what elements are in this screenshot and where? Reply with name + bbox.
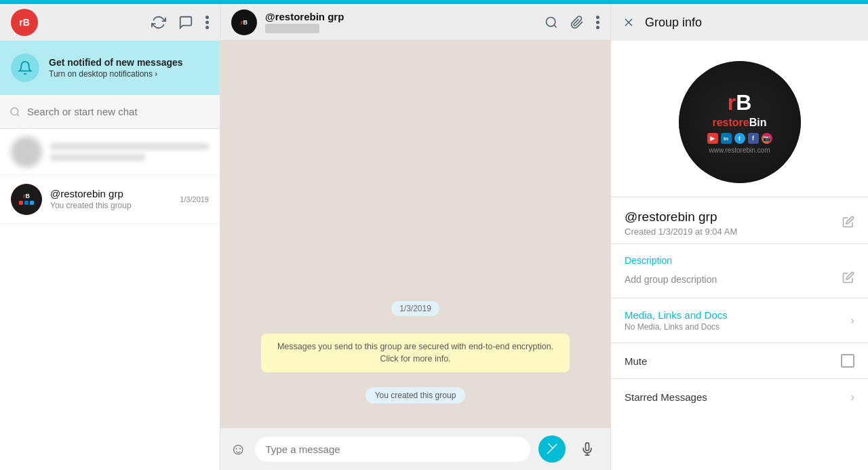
notification-text: Get notified of new messages Turn on des… xyxy=(49,57,209,79)
mute-section: Mute xyxy=(611,343,868,379)
chat-header-status xyxy=(265,24,319,33)
group-avatar-large[interactable]: rB restoreBin ▶ in t f 📷 www.restorebin.… xyxy=(679,61,801,183)
blur-line-1 xyxy=(50,143,209,150)
restorebin-text: restoreBin xyxy=(712,117,766,129)
media-links-empty: No Media, Links and Docs xyxy=(625,322,850,332)
description-content: Add group description xyxy=(625,271,854,287)
facebook-icon: f xyxy=(748,133,759,144)
svg-point-4 xyxy=(11,108,18,115)
edit-name-button[interactable] xyxy=(842,216,854,231)
refresh-button[interactable] xyxy=(151,15,166,30)
chat-info-restorebin: @restorebin grp You created this group xyxy=(50,188,172,210)
rb-logo: rB xyxy=(728,90,752,115)
chat-header-info: @restorebin grp xyxy=(265,11,536,33)
chat-header-avatar: rB xyxy=(231,9,257,35)
svg-point-10 xyxy=(596,26,599,29)
group-info-header: Group info xyxy=(611,4,868,41)
blurred-lines xyxy=(50,143,209,161)
twitter-icon: t xyxy=(734,133,745,144)
starred-label: Starred Messages xyxy=(625,391,850,403)
chat-header: rB @restorebin grp xyxy=(220,4,610,41)
chat-input-area: ☺ xyxy=(220,428,610,470)
chat-search-button[interactable] xyxy=(545,16,558,29)
starred-chevron: › xyxy=(850,390,854,404)
description-placeholder: Add group description xyxy=(625,274,717,285)
chat-item-restorebin[interactable]: rB @restorebin grp You created this grou… xyxy=(0,175,220,224)
social-icons-row: ▶ in t f 📷 xyxy=(707,133,772,144)
chat-header-name: @restorebin grp xyxy=(265,11,536,22)
svg-point-9 xyxy=(596,20,599,24)
media-links-label: Media, Links and Docs xyxy=(625,309,850,321)
svg-point-8 xyxy=(596,16,599,19)
group-name-section: @restorebin grp Created 1/3/2019 at 9:04… xyxy=(611,197,868,244)
chat-messages: 1/3/2019 Messages you send to this group… xyxy=(220,41,610,428)
media-links-section[interactable]: Media, Links and Docs No Media, Links an… xyxy=(611,298,868,343)
svg-point-1 xyxy=(205,21,209,24)
chat-area: rB @restorebin grp xyxy=(220,4,610,470)
youtube-icon: ▶ xyxy=(707,133,718,144)
notification-banner[interactable]: Get notified of new messages Turn on des… xyxy=(0,41,220,95)
send-button[interactable] xyxy=(538,435,566,463)
mute-label: Mute xyxy=(625,355,647,367)
notification-subtitle: Turn on desktop notifications › xyxy=(49,69,209,79)
notification-bell-icon xyxy=(11,54,39,82)
close-panel-button[interactable] xyxy=(622,16,635,29)
notification-title: Get notified of new messages xyxy=(49,57,209,68)
edit-description-button[interactable] xyxy=(842,271,854,287)
svg-line-5 xyxy=(17,114,19,116)
group-created: Created 1/3/2019 at 9:04 AM xyxy=(625,227,842,237)
group-name: @restorebin grp xyxy=(625,210,842,224)
chat-time: 1/3/2019 xyxy=(180,195,209,203)
sidebar-header: rB xyxy=(0,4,220,41)
search-input[interactable] xyxy=(27,106,210,117)
instagram-icon: 📷 xyxy=(762,133,772,144)
chat-avatar-restorebin: rB xyxy=(11,184,42,215)
starred-messages-section[interactable]: Starred Messages › xyxy=(611,379,868,415)
chat-attach-button[interactable] xyxy=(570,16,584,29)
emoji-button[interactable]: ☺ xyxy=(230,439,247,458)
menu-button[interactable] xyxy=(205,16,209,29)
blurred-avatar xyxy=(11,136,42,168)
blur-line-2 xyxy=(50,154,145,161)
encryption-notice[interactable]: Messages you send to this group are secu… xyxy=(261,334,570,373)
date-badge: 1/3/2019 xyxy=(391,301,439,316)
svg-line-7 xyxy=(554,24,557,27)
blurred-chat-item xyxy=(0,129,220,175)
message-input[interactable] xyxy=(255,437,530,462)
chat-header-icons xyxy=(545,16,599,29)
description-section: Description Add group description xyxy=(611,244,868,298)
sidebar: rB xyxy=(0,4,220,470)
search-icon xyxy=(9,106,20,117)
website-text: www.restorebin.com xyxy=(709,146,770,154)
system-message-created: You created this group xyxy=(366,387,466,404)
media-links-chevron: › xyxy=(850,313,854,328)
chat-name: @restorebin grp xyxy=(50,188,172,199)
svg-point-6 xyxy=(547,17,555,26)
linkedin-icon: in xyxy=(721,133,732,144)
chat-content: 1/3/2019 Messages you send to this group… xyxy=(261,47,570,421)
sidebar-logo[interactable]: rB xyxy=(11,9,38,36)
chat-preview: You created this group xyxy=(50,201,172,210)
search-bar xyxy=(0,95,220,129)
new-chat-button[interactable] xyxy=(178,15,193,30)
chat-meta: 1/3/2019 xyxy=(180,195,209,203)
group-info-panel: Group info rB restoreBin ▶ in t f xyxy=(610,4,868,470)
svg-point-2 xyxy=(205,26,209,29)
group-info-title: Group info xyxy=(645,16,857,30)
chat-menu-button[interactable] xyxy=(596,16,599,29)
mic-button[interactable] xyxy=(574,435,601,463)
svg-point-0 xyxy=(205,16,209,19)
sidebar-header-icons xyxy=(151,15,209,30)
group-avatar-section: rB restoreBin ▶ in t f 📷 www.restorebin.… xyxy=(611,41,868,197)
description-label: Description xyxy=(625,255,854,266)
mute-checkbox[interactable] xyxy=(841,354,854,368)
